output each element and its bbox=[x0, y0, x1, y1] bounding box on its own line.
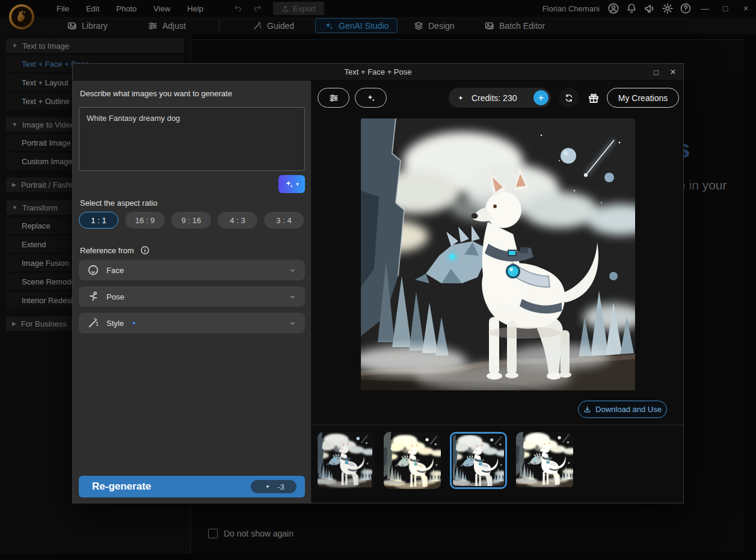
face-reference-dropdown[interactable]: Face bbox=[79, 260, 305, 280]
aspect-16-9-button[interactable]: 16 : 9 bbox=[125, 212, 165, 229]
refresh-icon bbox=[564, 93, 574, 103]
style-active-dot: ● bbox=[132, 320, 135, 326]
aspect-1-1-button[interactable]: 1 : 1 bbox=[79, 212, 118, 229]
generation-settings-button[interactable] bbox=[318, 88, 349, 108]
aspect-9-16-button[interactable]: 9 : 16 bbox=[171, 212, 211, 229]
credits-pill: Credits: 230 + bbox=[449, 88, 551, 108]
info-icon[interactable] bbox=[140, 245, 150, 255]
dialog-preview-panel: Credits: 230 + My Creations Download and… bbox=[312, 81, 683, 503]
style-wand-icon bbox=[87, 317, 99, 329]
credit-drop-icon bbox=[263, 482, 272, 491]
caret-down-icon: ▾ bbox=[296, 181, 299, 187]
credits-label: Credits: 230 bbox=[472, 93, 517, 103]
add-credits-button[interactable]: + bbox=[533, 90, 549, 105]
dialog-titlebar: Text + Face + Pose bbox=[73, 64, 683, 81]
face-dropdown-label: Face bbox=[106, 266, 124, 275]
aspect-4-3-button[interactable]: 4 : 3 bbox=[218, 212, 257, 229]
reference-from-label: Reference from bbox=[80, 246, 134, 255]
regenerate-cost-badge: -3 bbox=[251, 480, 297, 493]
text-face-pose-dialog: Text + Face + Pose □ × Describe what ima… bbox=[72, 63, 684, 503]
download-icon bbox=[583, 405, 591, 413]
download-and-use-button[interactable]: Download and Use bbox=[578, 401, 667, 418]
face-icon bbox=[87, 264, 99, 276]
regenerate-button[interactable]: Re-generate -3 bbox=[79, 476, 305, 497]
my-creations-button[interactable]: My Creations bbox=[607, 88, 679, 108]
thumbnail-3-selected[interactable] bbox=[450, 432, 507, 489]
chevron-down-icon bbox=[289, 293, 297, 301]
sparkle-icon bbox=[366, 93, 376, 103]
aspect-ratio-label: Select the aspect ratio bbox=[80, 198, 158, 208]
gift-icon bbox=[588, 92, 600, 104]
pose-dropdown-label: Pose bbox=[106, 292, 124, 301]
sliders-icon bbox=[329, 93, 339, 103]
pose-icon bbox=[87, 291, 99, 303]
thumbnail-2[interactable] bbox=[384, 432, 441, 489]
style-reference-dropdown[interactable]: Style ● bbox=[79, 313, 305, 333]
regenerate-label: Re-generate bbox=[92, 481, 151, 493]
aspect-ratio-group: 1 : 1 16 : 9 9 : 16 4 : 3 3 : 4 bbox=[79, 212, 304, 229]
chevron-down-icon bbox=[289, 319, 297, 327]
app-window: File Edit Photo View Help Export Florian… bbox=[0, 0, 756, 560]
dialog-maximize-button[interactable]: □ bbox=[647, 64, 665, 81]
regenerate-cost-value: -3 bbox=[277, 482, 284, 491]
enhance-button[interactable] bbox=[355, 88, 387, 108]
thumbnail-1[interactable] bbox=[318, 432, 375, 489]
thumbnail-strip bbox=[318, 432, 573, 489]
thumbnail-divider bbox=[312, 425, 683, 425]
prompt-input[interactable]: White Fantasy dreamy dog bbox=[79, 107, 305, 171]
generated-image-preview[interactable] bbox=[361, 118, 635, 390]
refresh-button[interactable] bbox=[559, 88, 579, 108]
thumbnail-4[interactable] bbox=[516, 432, 573, 489]
pose-reference-dropdown[interactable]: Pose bbox=[79, 286, 305, 307]
prompt-label: Describe what images you want to generat… bbox=[80, 89, 232, 98]
sparkle-icon bbox=[284, 179, 294, 189]
dialog-close-button[interactable]: × bbox=[664, 64, 682, 81]
dialog-settings-panel: Describe what images you want to generat… bbox=[73, 81, 312, 503]
style-dropdown-label: Style bbox=[106, 319, 124, 328]
gift-button[interactable] bbox=[583, 88, 603, 108]
chevron-down-icon bbox=[289, 266, 297, 274]
dialog-title: Text + Face + Pose bbox=[344, 67, 411, 76]
ai-enhance-button[interactable]: ▾ bbox=[278, 175, 305, 193]
credit-drop-icon bbox=[455, 92, 467, 104]
download-label: Download and Use bbox=[595, 405, 662, 414]
aspect-3-4-button[interactable]: 3 : 4 bbox=[264, 212, 304, 229]
